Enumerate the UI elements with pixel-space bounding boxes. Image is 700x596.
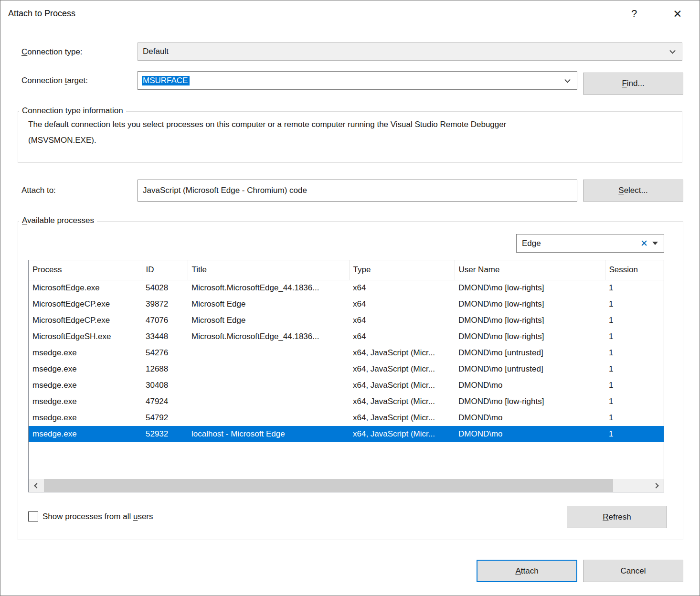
process-cell: x64, JavaScript (Micr... bbox=[349, 377, 455, 394]
process-cell: msedge.exe bbox=[29, 426, 142, 442]
process-cell: msedge.exe bbox=[29, 345, 142, 361]
process-row[interactable]: MicrosoftEdge.exe54028Microsoft.Microsof… bbox=[29, 280, 664, 296]
horizontal-scrollbar[interactable] bbox=[29, 479, 664, 492]
process-cell bbox=[188, 361, 349, 377]
help-icon: ? bbox=[631, 8, 637, 20]
process-cell: DMOND\mo [untrusted] bbox=[455, 345, 605, 361]
process-row[interactable]: msedge.exe47924x64, JavaScript (Micr...D… bbox=[29, 394, 664, 410]
process-row[interactable]: MicrosoftEdgeCP.exe47076Microsoft Edgex6… bbox=[29, 312, 664, 329]
process-cell: 47924 bbox=[142, 394, 188, 410]
close-icon: ✕ bbox=[673, 8, 682, 21]
show-all-users-label[interactable]: Show processes from all users bbox=[42, 512, 153, 522]
process-cell: Microsoft.MicrosoftEdge_44.1836... bbox=[188, 280, 349, 296]
process-cell: 54276 bbox=[142, 345, 188, 361]
process-cell: MicrosoftEdgeCP.exe bbox=[29, 312, 142, 329]
close-button[interactable]: ✕ bbox=[665, 4, 690, 23]
process-filter-combobox[interactable]: Edge ✕ bbox=[516, 234, 664, 253]
refresh-button[interactable]: Refresh bbox=[567, 506, 667, 528]
process-cell: 1 bbox=[605, 280, 664, 296]
process-cell: msedge.exe bbox=[29, 377, 142, 394]
attach-button-label: Attach bbox=[515, 566, 538, 576]
attach-to-field[interactable]: JavaScript (Microsoft Edge - Chromium) c… bbox=[138, 180, 577, 202]
find-button[interactable]: Find... bbox=[583, 73, 683, 95]
connection-info-text-line1: The default connection lets you select p… bbox=[28, 119, 506, 130]
table-header-row: Process ID Title Type User Name Session bbox=[29, 260, 664, 280]
process-cell: 47076 bbox=[142, 312, 188, 329]
process-cell: DMOND\mo [untrusted] bbox=[455, 361, 605, 377]
process-row[interactable]: msedge.exe12688x64, JavaScript (Micr...D… bbox=[29, 361, 664, 377]
process-cell: DMOND\mo [low-rights] bbox=[455, 280, 605, 296]
find-button-label: Find... bbox=[622, 79, 644, 88]
filter-value: Edge bbox=[517, 239, 636, 248]
connection-target-combobox[interactable]: MSURFACE bbox=[138, 71, 577, 90]
connection-type-label: Connection type: bbox=[21, 47, 83, 57]
process-cell: x64, JavaScript (Micr... bbox=[349, 361, 455, 377]
process-cell: x64 bbox=[349, 312, 455, 329]
connection-type-combobox[interactable]: Default bbox=[138, 43, 682, 61]
process-cell: DMOND\mo bbox=[455, 410, 605, 426]
column-header-process[interactable]: Process bbox=[29, 260, 142, 280]
process-cell: x64, JavaScript (Micr... bbox=[349, 345, 455, 361]
process-cell: 1 bbox=[605, 345, 664, 361]
refresh-button-label: Refresh bbox=[603, 512, 631, 522]
help-button[interactable]: ? bbox=[624, 4, 645, 23]
select-button[interactable]: Select... bbox=[583, 180, 683, 202]
process-cell: x64, JavaScript (Micr... bbox=[349, 426, 455, 442]
connection-type-value: Default bbox=[138, 47, 169, 56]
process-cell: 1 bbox=[605, 410, 664, 426]
process-cell: 1 bbox=[605, 296, 664, 312]
chevron-down-icon bbox=[564, 76, 571, 83]
process-row[interactable]: msedge.exe52932localhost - Microsoft Edg… bbox=[29, 426, 664, 442]
available-processes-legend: Available processes bbox=[19, 216, 97, 225]
process-cell: msedge.exe bbox=[29, 361, 142, 377]
process-cell bbox=[188, 377, 349, 394]
process-cell: DMOND\mo [low-rights] bbox=[455, 312, 605, 329]
scrollbar-thumb[interactable] bbox=[44, 479, 613, 492]
process-row[interactable]: MicrosoftEdgeCP.exe39872Microsoft Edgex6… bbox=[29, 296, 664, 312]
process-cell: x64 bbox=[349, 296, 455, 312]
process-row[interactable]: msedge.exe30408x64, JavaScript (Micr...D… bbox=[29, 377, 664, 394]
process-cell bbox=[188, 394, 349, 410]
process-cell: 1 bbox=[605, 426, 664, 442]
process-cell: 54792 bbox=[142, 410, 188, 426]
filter-dropdown-icon[interactable] bbox=[652, 242, 658, 245]
scroll-right-button[interactable] bbox=[649, 479, 664, 492]
process-cell: DMOND\mo bbox=[455, 377, 605, 394]
titlebar[interactable]: Attach to Process ? ✕ bbox=[0, 0, 700, 27]
process-cell: MicrosoftEdgeCP.exe bbox=[29, 296, 142, 312]
process-cell: x64, JavaScript (Micr... bbox=[349, 410, 455, 426]
process-cell bbox=[188, 345, 349, 361]
attach-button[interactable]: Attach bbox=[477, 560, 577, 582]
process-cell: 1 bbox=[605, 312, 664, 329]
process-cell: 33448 bbox=[142, 329, 188, 345]
column-header-id[interactable]: ID bbox=[142, 260, 188, 280]
attach-to-value: JavaScript (Microsoft Edge - Chromium) c… bbox=[138, 186, 307, 195]
process-list: Process ID Title Type User Name Session … bbox=[28, 260, 664, 492]
process-cell: MicrosoftEdgeSH.exe bbox=[29, 329, 142, 345]
process-row[interactable]: msedge.exe54792x64, JavaScript (Micr...D… bbox=[29, 410, 664, 426]
process-cell: Microsoft Edge bbox=[188, 312, 349, 329]
process-cell: DMOND\mo [low-rights] bbox=[455, 329, 605, 345]
show-all-users-checkbox[interactable] bbox=[28, 511, 38, 522]
process-cell: 30408 bbox=[142, 377, 188, 394]
connection-target-value: MSURFACE bbox=[142, 76, 190, 85]
column-header-type[interactable]: Type bbox=[349, 260, 455, 280]
clear-filter-icon[interactable]: ✕ bbox=[636, 238, 652, 249]
process-row[interactable]: MicrosoftEdgeSH.exe33448Microsoft.Micros… bbox=[29, 329, 664, 345]
process-cell: 54028 bbox=[142, 280, 188, 296]
connection-target-label: Connection target: bbox=[21, 76, 88, 85]
process-cell: 39872 bbox=[142, 296, 188, 312]
scroll-left-button[interactable] bbox=[29, 479, 43, 492]
process-row[interactable]: msedge.exe54276x64, JavaScript (Micr...D… bbox=[29, 345, 664, 361]
column-header-session[interactable]: Session bbox=[605, 260, 664, 280]
process-cell: 52932 bbox=[142, 426, 188, 442]
process-cell: Microsoft.MicrosoftEdge_44.1836... bbox=[188, 329, 349, 345]
chevron-left-icon bbox=[34, 483, 39, 488]
cancel-button[interactable]: Cancel bbox=[583, 560, 683, 582]
attach-to-label: Attach to: bbox=[21, 186, 56, 195]
column-header-username[interactable]: User Name bbox=[455, 260, 605, 280]
process-cell: Microsoft Edge bbox=[188, 296, 349, 312]
column-header-title[interactable]: Title bbox=[188, 260, 349, 280]
process-cell: msedge.exe bbox=[29, 410, 142, 426]
cancel-button-label: Cancel bbox=[621, 566, 646, 576]
